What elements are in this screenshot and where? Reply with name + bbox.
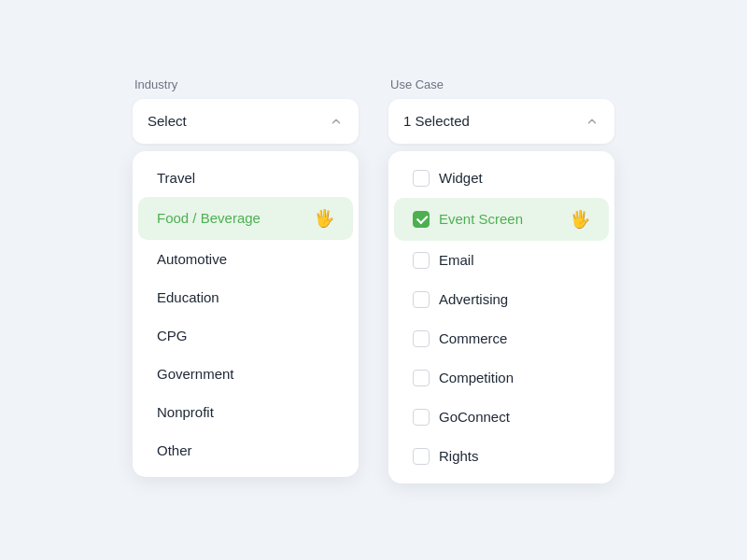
list-item-label: Education [157,289,219,305]
list-item-label: Competition [439,370,514,385]
list-item-label: Advertising [439,291,508,307]
list-item[interactable]: Nonprofit [138,393,353,431]
usecase-dropdown-group: Use Case 1 Selected Widget Event Screen … [388,77,614,483]
list-item-label: Automotive [157,251,227,267]
list-item-label: Commerce [439,330,507,346]
list-item-competition[interactable]: Competition [394,358,609,398]
list-item-label: Event Screen [439,211,523,227]
list-item-widget[interactable]: Widget [394,159,609,198]
industry-chevron-up-icon [329,114,344,129]
list-item-commerce[interactable]: Commerce [394,319,609,358]
checkbox-event-screen[interactable] [413,211,430,228]
cursor-icon: 🖐 [314,208,334,229]
list-item-label: CPG [157,328,188,343]
list-item[interactable]: CPG [138,316,353,355]
usecase-chevron-up-icon [585,114,599,129]
list-item-label: Other [157,442,192,458]
list-item-label: Widget [439,170,483,186]
industry-trigger[interactable]: Select [133,99,359,144]
list-item-rights[interactable]: Rights [394,437,609,476]
industry-label: Industry [134,77,359,91]
industry-trigger-text: Select [148,113,187,129]
industry-dropdown-group: Industry Select Travel Food / Beverage 🖐… [133,77,359,477]
list-item[interactable]: Automotive [138,240,353,278]
list-item-email[interactable]: Email [394,241,609,280]
list-item-label: Food / Beverage [157,210,261,226]
usecase-trigger[interactable]: 1 Selected [388,99,614,144]
industry-list: Travel Food / Beverage 🖐 Automotive Educ… [133,151,359,477]
list-item[interactable]: Government [138,355,353,393]
checkbox-commerce[interactable] [413,330,430,347]
list-item-label: Rights [439,448,479,464]
list-item-label: Government [157,366,234,382]
usecase-trigger-text: 1 Selected [403,113,470,129]
list-item-event-screen[interactable]: Event Screen 🖐 [394,198,609,241]
checkbox-rights[interactable] [413,448,430,465]
cursor-icon: 🖐 [570,209,590,230]
list-item-advertising[interactable]: Advertising [394,280,609,319]
list-item-label: Travel [157,170,195,186]
checkbox-goconnect[interactable] [413,409,430,426]
list-item-food-beverage[interactable]: Food / Beverage 🖐 [138,197,353,240]
list-item-label: Nonprofit [157,404,214,420]
usecase-list: Widget Event Screen 🖐 Email Advertising [388,151,614,483]
list-item-label: GoConnect [439,409,510,425]
list-item[interactable]: Travel [138,159,353,197]
checkbox-competition[interactable] [413,370,430,386]
list-item[interactable]: Other [138,431,353,469]
usecase-label: Use Case [390,77,614,91]
checkbox-widget[interactable] [413,170,430,187]
list-item-goconnect[interactable]: GoConnect [394,398,609,437]
list-item[interactable]: Education [138,278,353,316]
checkbox-email[interactable] [413,252,430,269]
checkbox-advertising[interactable] [413,291,430,308]
main-container: Industry Select Travel Food / Beverage 🖐… [133,77,614,483]
list-item-label: Email [439,252,474,268]
